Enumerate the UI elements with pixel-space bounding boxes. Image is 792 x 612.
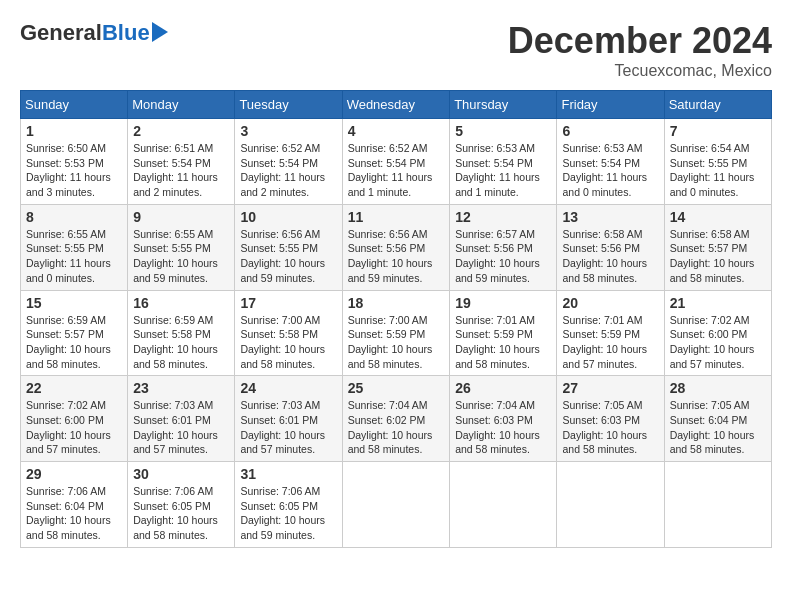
logo-arrow-icon [152,22,168,42]
day-info: Sunrise: 6:53 AMSunset: 5:54 PMDaylight:… [562,141,658,200]
day-number: 1 [26,123,122,139]
day-info: Sunrise: 7:01 AMSunset: 5:59 PMDaylight:… [562,313,658,372]
calendar-cell: 26Sunrise: 7:04 AMSunset: 6:03 PMDayligh… [450,376,557,462]
calendar-cell: 10Sunrise: 6:56 AMSunset: 5:55 PMDayligh… [235,204,342,290]
day-info: Sunrise: 7:02 AMSunset: 6:00 PMDaylight:… [670,313,766,372]
day-number: 19 [455,295,551,311]
calendar-cell: 20Sunrise: 7:01 AMSunset: 5:59 PMDayligh… [557,290,664,376]
day-info: Sunrise: 6:54 AMSunset: 5:55 PMDaylight:… [670,141,766,200]
calendar-header-row: SundayMondayTuesdayWednesdayThursdayFrid… [21,91,772,119]
calendar-cell: 1Sunrise: 6:50 AMSunset: 5:53 PMDaylight… [21,119,128,205]
calendar-day-header: Sunday [21,91,128,119]
calendar-cell: 24Sunrise: 7:03 AMSunset: 6:01 PMDayligh… [235,376,342,462]
day-info: Sunrise: 7:03 AMSunset: 6:01 PMDaylight:… [133,398,229,457]
calendar-cell: 2Sunrise: 6:51 AMSunset: 5:54 PMDaylight… [128,119,235,205]
calendar-day-header: Monday [128,91,235,119]
logo-general-text: General [20,20,102,46]
day-number: 4 [348,123,445,139]
day-info: Sunrise: 6:50 AMSunset: 5:53 PMDaylight:… [26,141,122,200]
day-number: 23 [133,380,229,396]
day-info: Sunrise: 7:04 AMSunset: 6:02 PMDaylight:… [348,398,445,457]
day-info: Sunrise: 6:56 AMSunset: 5:56 PMDaylight:… [348,227,445,286]
day-info: Sunrise: 6:53 AMSunset: 5:54 PMDaylight:… [455,141,551,200]
calendar-cell: 31Sunrise: 7:06 AMSunset: 6:05 PMDayligh… [235,462,342,548]
calendar-cell: 5Sunrise: 6:53 AMSunset: 5:54 PMDaylight… [450,119,557,205]
day-number: 6 [562,123,658,139]
day-info: Sunrise: 6:52 AMSunset: 5:54 PMDaylight:… [348,141,445,200]
calendar-week-row: 29Sunrise: 7:06 AMSunset: 6:04 PMDayligh… [21,462,772,548]
day-number: 17 [240,295,336,311]
day-number: 30 [133,466,229,482]
logo: General Blue [20,20,168,46]
day-info: Sunrise: 6:59 AMSunset: 5:58 PMDaylight:… [133,313,229,372]
day-info: Sunrise: 7:03 AMSunset: 6:01 PMDaylight:… [240,398,336,457]
calendar-cell: 16Sunrise: 6:59 AMSunset: 5:58 PMDayligh… [128,290,235,376]
day-number: 26 [455,380,551,396]
day-number: 22 [26,380,122,396]
day-info: Sunrise: 7:04 AMSunset: 6:03 PMDaylight:… [455,398,551,457]
day-number: 13 [562,209,658,225]
calendar-cell: 6Sunrise: 6:53 AMSunset: 5:54 PMDaylight… [557,119,664,205]
calendar-day-header: Friday [557,91,664,119]
calendar-cell: 17Sunrise: 7:00 AMSunset: 5:58 PMDayligh… [235,290,342,376]
day-number: 12 [455,209,551,225]
calendar-cell: 4Sunrise: 6:52 AMSunset: 5:54 PMDaylight… [342,119,450,205]
day-info: Sunrise: 7:00 AMSunset: 5:59 PMDaylight:… [348,313,445,372]
day-info: Sunrise: 7:06 AMSunset: 6:05 PMDaylight:… [240,484,336,543]
calendar-cell: 28Sunrise: 7:05 AMSunset: 6:04 PMDayligh… [664,376,771,462]
day-number: 24 [240,380,336,396]
day-number: 10 [240,209,336,225]
day-info: Sunrise: 7:01 AMSunset: 5:59 PMDaylight:… [455,313,551,372]
logo-blue-text: Blue [102,20,150,46]
calendar-cell [450,462,557,548]
calendar-cell [342,462,450,548]
calendar-cell: 19Sunrise: 7:01 AMSunset: 5:59 PMDayligh… [450,290,557,376]
day-number: 2 [133,123,229,139]
day-number: 20 [562,295,658,311]
day-number: 8 [26,209,122,225]
calendar-cell: 18Sunrise: 7:00 AMSunset: 5:59 PMDayligh… [342,290,450,376]
day-info: Sunrise: 6:52 AMSunset: 5:54 PMDaylight:… [240,141,336,200]
calendar-cell: 22Sunrise: 7:02 AMSunset: 6:00 PMDayligh… [21,376,128,462]
calendar-cell: 8Sunrise: 6:55 AMSunset: 5:55 PMDaylight… [21,204,128,290]
calendar-day-header: Thursday [450,91,557,119]
day-number: 25 [348,380,445,396]
day-number: 21 [670,295,766,311]
day-number: 16 [133,295,229,311]
day-info: Sunrise: 7:05 AMSunset: 6:03 PMDaylight:… [562,398,658,457]
day-number: 29 [26,466,122,482]
day-info: Sunrise: 6:56 AMSunset: 5:55 PMDaylight:… [240,227,336,286]
calendar-cell: 9Sunrise: 6:55 AMSunset: 5:55 PMDaylight… [128,204,235,290]
day-number: 27 [562,380,658,396]
calendar-week-row: 15Sunrise: 6:59 AMSunset: 5:57 PMDayligh… [21,290,772,376]
calendar-cell [557,462,664,548]
day-info: Sunrise: 6:58 AMSunset: 5:57 PMDaylight:… [670,227,766,286]
day-info: Sunrise: 6:59 AMSunset: 5:57 PMDaylight:… [26,313,122,372]
calendar-cell: 23Sunrise: 7:03 AMSunset: 6:01 PMDayligh… [128,376,235,462]
day-number: 18 [348,295,445,311]
day-info: Sunrise: 7:06 AMSunset: 6:04 PMDaylight:… [26,484,122,543]
day-number: 28 [670,380,766,396]
location-text: Tecuexcomac, Mexico [508,62,772,80]
day-number: 31 [240,466,336,482]
calendar-cell: 13Sunrise: 6:58 AMSunset: 5:56 PMDayligh… [557,204,664,290]
calendar-cell: 11Sunrise: 6:56 AMSunset: 5:56 PMDayligh… [342,204,450,290]
month-title: December 2024 [508,20,772,62]
calendar-week-row: 8Sunrise: 6:55 AMSunset: 5:55 PMDaylight… [21,204,772,290]
day-number: 15 [26,295,122,311]
day-info: Sunrise: 7:02 AMSunset: 6:00 PMDaylight:… [26,398,122,457]
calendar-cell: 29Sunrise: 7:06 AMSunset: 6:04 PMDayligh… [21,462,128,548]
calendar-cell: 21Sunrise: 7:02 AMSunset: 6:00 PMDayligh… [664,290,771,376]
day-info: Sunrise: 6:55 AMSunset: 5:55 PMDaylight:… [133,227,229,286]
calendar-cell [664,462,771,548]
day-number: 3 [240,123,336,139]
calendar-cell: 25Sunrise: 7:04 AMSunset: 6:02 PMDayligh… [342,376,450,462]
calendar-table: SundayMondayTuesdayWednesdayThursdayFrid… [20,90,772,548]
calendar-week-row: 1Sunrise: 6:50 AMSunset: 5:53 PMDaylight… [21,119,772,205]
day-info: Sunrise: 7:06 AMSunset: 6:05 PMDaylight:… [133,484,229,543]
day-number: 9 [133,209,229,225]
calendar-week-row: 22Sunrise: 7:02 AMSunset: 6:00 PMDayligh… [21,376,772,462]
day-info: Sunrise: 7:00 AMSunset: 5:58 PMDaylight:… [240,313,336,372]
calendar-cell: 12Sunrise: 6:57 AMSunset: 5:56 PMDayligh… [450,204,557,290]
day-info: Sunrise: 7:05 AMSunset: 6:04 PMDaylight:… [670,398,766,457]
